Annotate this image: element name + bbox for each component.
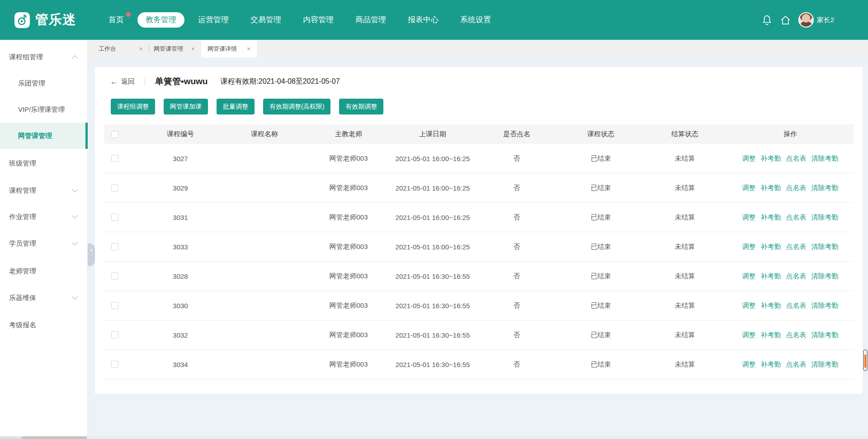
row-action-3[interactable]: 清除考勤 (811, 331, 839, 339)
row-action-2[interactable]: 点名表 (786, 213, 807, 222)
row-action-3[interactable]: 清除考勤 (811, 184, 839, 192)
nav-item-0[interactable]: 首页 (100, 12, 132, 28)
horizontal-scrollbar-segment[interactable] (22, 436, 87, 439)
action-button-1[interactable]: 网管课加课 (164, 99, 208, 115)
row-action-2[interactable]: 点名表 (786, 331, 807, 339)
row-action-1[interactable]: 补考勤 (761, 301, 781, 310)
nav-item-6[interactable]: 报表中心 (400, 12, 447, 28)
brand[interactable]: 管乐迷 (14, 11, 76, 29)
sidebar-collapse-handle[interactable]: ‹ (88, 243, 95, 266)
row-action-0[interactable]: 调整 (742, 272, 756, 281)
tab-close-icon[interactable]: × (191, 45, 195, 52)
row-action-2[interactable]: 点名表 (786, 360, 807, 369)
tab-close-icon[interactable]: × (247, 45, 250, 52)
back-button[interactable]: ← 返回 (110, 77, 135, 86)
tab-label: 网管课详情 (208, 45, 237, 53)
cell-settle: 未结算 (643, 243, 727, 251)
sidebar-item-5[interactable]: 课程管理 (0, 177, 88, 204)
sidebar-item-3[interactable]: 网管课管理 (0, 123, 88, 149)
tab-1[interactable]: 网管课管理× (149, 40, 201, 57)
row-checkbox[interactable] (111, 331, 118, 339)
row-action-1[interactable]: 补考勤 (761, 331, 781, 339)
vertical-scrollbar-thumb[interactable] (863, 349, 868, 371)
horizontal-scrollbar-track[interactable] (0, 436, 868, 439)
row-action-1[interactable]: 补考勤 (761, 213, 781, 222)
cell-named: 否 (475, 331, 559, 339)
row-checkbox[interactable] (111, 184, 118, 191)
nav-item-3[interactable]: 交易管理 (242, 12, 289, 28)
row-checkbox[interactable] (111, 361, 118, 368)
cell-id: 3034 (138, 361, 222, 368)
cell-date: 2021-05-01 16:00~16:25 (391, 214, 475, 221)
back-arrow-icon: ← (110, 77, 118, 86)
row-checkbox[interactable] (111, 214, 118, 221)
sidebar-item-label: 老师管理 (9, 267, 36, 276)
cell-settle: 未结算 (643, 154, 727, 163)
action-button-2[interactable]: 批量调整 (217, 99, 255, 115)
home-icon[interactable] (780, 14, 791, 26)
cell-id: 3027 (138, 155, 222, 162)
row-action-3[interactable]: 清除考勤 (811, 272, 839, 281)
row-checkbox[interactable] (111, 272, 118, 280)
row-action-1[interactable]: 补考勤 (761, 360, 781, 369)
sidebar-item-4[interactable]: 班级管理 (0, 150, 88, 177)
tab-0[interactable]: 工作台× (88, 40, 149, 57)
row-action-1[interactable]: 补考勤 (761, 154, 781, 163)
action-button-0[interactable]: 课程组调整 (111, 99, 155, 115)
username[interactable]: 家长2 (817, 16, 834, 24)
sidebar-item-2[interactable]: VIP/乐理课管理 (0, 96, 88, 123)
row-action-3[interactable]: 清除考勤 (811, 213, 839, 222)
nav-item-1[interactable]: 教务管理 (137, 12, 184, 28)
row-action-0[interactable]: 调整 (742, 243, 756, 251)
row-checkbox[interactable] (111, 302, 118, 309)
bell-icon[interactable] (761, 14, 773, 26)
sidebar-item-8[interactable]: 老师管理 (0, 258, 88, 284)
row-action-3[interactable]: 清除考勤 (811, 301, 839, 310)
cell-settle: 未结算 (643, 301, 727, 310)
action-button-3[interactable]: 有效期调整(高权限) (263, 99, 330, 115)
tab-2[interactable]: 网管课详情× (201, 40, 257, 57)
row-action-0[interactable]: 调整 (742, 301, 756, 310)
sidebar-item-9[interactable]: 乐器维保 (0, 285, 88, 311)
row-action-3[interactable]: 清除考勤 (811, 243, 839, 251)
cell-status: 已结束 (559, 360, 643, 369)
row-action-2[interactable]: 点名表 (786, 243, 807, 251)
row-action-0[interactable]: 调整 (742, 331, 756, 339)
sidebar-item-0[interactable]: 课程组管理 (0, 44, 88, 70)
row-action-2[interactable]: 点名表 (786, 154, 807, 163)
column-header-1: 课程名称 (222, 130, 307, 138)
row-action-2[interactable]: 点名表 (786, 272, 807, 281)
row-action-0[interactable]: 调整 (742, 360, 756, 369)
row-checkbox[interactable] (111, 155, 118, 162)
sidebar-item-1[interactable]: 乐团管理 (0, 70, 88, 96)
nav-item-5[interactable]: 商品管理 (347, 12, 394, 28)
row-checkbox[interactable] (111, 243, 118, 250)
user-avatar[interactable] (798, 12, 814, 28)
sidebar-item-10[interactable]: 考级报名 (0, 312, 88, 338)
row-action-2[interactable]: 点名表 (786, 184, 807, 192)
sidebar-item-label: 课程管理 (9, 186, 36, 195)
brand-name: 管乐迷 (35, 11, 76, 29)
row-action-1[interactable]: 补考勤 (761, 243, 781, 251)
course-title: 单簧管•wuwu (155, 76, 208, 87)
row-action-1[interactable]: 补考勤 (761, 272, 781, 281)
row-action-3[interactable]: 清除考勤 (811, 360, 839, 369)
cell-settle: 未结算 (643, 360, 727, 369)
nav-item-2[interactable]: 运营管理 (190, 12, 237, 28)
row-action-3[interactable]: 清除考勤 (811, 154, 839, 163)
nav-item-4[interactable]: 内容管理 (295, 12, 342, 28)
action-button-4[interactable]: 有效期调整 (339, 99, 383, 115)
sidebar-item-7[interactable]: 学员管理 (0, 230, 88, 257)
select-all-checkbox[interactable] (111, 131, 118, 138)
sidebar-item-6[interactable]: 作业管理 (0, 204, 88, 230)
tab-close-icon[interactable]: × (139, 45, 143, 52)
cell-status: 已结束 (559, 184, 643, 192)
row-action-0[interactable]: 调整 (742, 154, 756, 163)
row-action-1[interactable]: 补考勤 (761, 184, 781, 192)
horizontal-scrollbar-thumb[interactable] (0, 436, 22, 439)
cell-named: 否 (475, 154, 559, 163)
row-action-2[interactable]: 点名表 (786, 301, 807, 310)
nav-item-7[interactable]: 系统设置 (452, 12, 499, 28)
row-action-0[interactable]: 调整 (742, 213, 756, 222)
row-action-0[interactable]: 调整 (742, 184, 756, 192)
